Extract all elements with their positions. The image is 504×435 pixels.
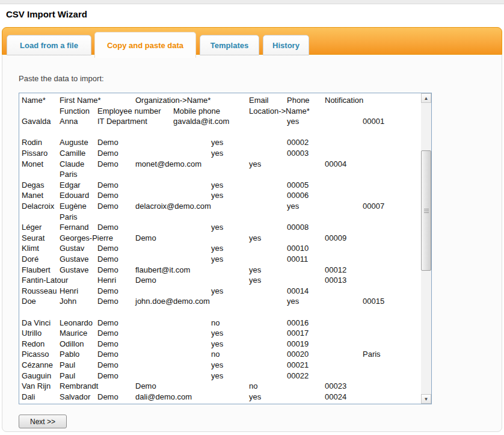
csv-segment: Gustave: [60, 265, 88, 276]
csv-segment: Leonardo: [60, 318, 93, 329]
csv-segment: Paul: [60, 360, 75, 371]
csv-segment: Demo: [97, 265, 118, 276]
csv-segment: Function: [60, 106, 90, 117]
csv-segment: Demo: [97, 159, 118, 170]
csv-segment: Demo: [97, 392, 118, 403]
csv-segment: Gavalda: [22, 116, 51, 127]
csv-segment: 00014: [287, 286, 309, 297]
csv-segment: 00002: [287, 137, 309, 148]
csv-segment: Name*: [22, 95, 46, 106]
csv-segment: Edgar: [60, 180, 81, 191]
csv-segment: 00004: [325, 159, 346, 170]
csv-segment: 00001: [363, 116, 384, 127]
page-title: CSV Import Wizard: [6, 9, 87, 19]
csv-segment: Fernand: [60, 222, 88, 233]
csv-segment: Demo: [97, 296, 118, 307]
csv-segment: yes: [211, 222, 223, 233]
csv-segment: Paris: [60, 169, 78, 180]
csv-segment: Cézanne: [22, 360, 53, 371]
csv-segment: Demo: [97, 137, 118, 148]
csv-segment: Léger: [22, 222, 41, 233]
csv-segment: 00024: [325, 392, 346, 403]
csv-segment: john.doe@demo.com: [135, 296, 210, 307]
scroll-up-button[interactable]: ▲: [421, 93, 431, 103]
csv-segment: yes: [249, 233, 261, 244]
csv-segment: 00006: [287, 190, 309, 201]
csv-segment: Doe: [22, 296, 36, 307]
tab-history[interactable]: History: [263, 35, 309, 55]
csv-segment: IT Department: [97, 116, 147, 127]
csv-segment: yes: [249, 265, 261, 276]
csv-segment: Rembrandt: [60, 381, 98, 392]
csv-segment: 00013: [325, 275, 346, 286]
csv-segment: Manet: [22, 190, 43, 201]
csv-segment: Demo: [97, 318, 118, 329]
csv-segment: 00015: [363, 296, 384, 307]
csv-segment: Doré: [22, 254, 38, 265]
csv-segment: Paris: [60, 212, 78, 223]
csv-segment: Employee number: [97, 106, 161, 117]
csv-segment: yes: [211, 339, 223, 350]
csv-segment: Gustav: [60, 243, 84, 254]
paste-data-label: Paste the data to import:: [19, 74, 104, 83]
csv-segment: Notification: [325, 95, 363, 106]
csv-segment: Mobile phone: [173, 106, 220, 117]
csv-segment: Redon: [22, 339, 45, 350]
page-top-divider: [0, 0, 504, 4]
csv-segment: Demo: [97, 349, 118, 360]
tab-label: Copy and paste data: [107, 41, 183, 50]
csv-segment: yes: [211, 360, 223, 371]
csv-segment: Flaubert: [22, 265, 51, 276]
csv-segment: Odillon: [60, 339, 84, 350]
csv-segment: Delacroix: [22, 201, 54, 212]
csv-segment: 00010: [287, 243, 309, 254]
csv-segment: 00020: [287, 349, 309, 360]
csv-segment: 00008: [287, 222, 309, 233]
csv-segment: Location->Name*: [249, 106, 310, 117]
csv-segment: Demo: [97, 328, 118, 339]
csv-import-wizard-panel: Load from a file Copy and paste data Tem…: [2, 27, 502, 432]
csv-segment: Eugène: [60, 201, 87, 212]
csv-segment: Henri: [97, 275, 116, 286]
tab-templates[interactable]: Templates: [200, 35, 259, 55]
csv-segment: Gustave: [60, 254, 88, 265]
csv-segment: Demo: [135, 233, 156, 244]
csv-segment: Demo: [97, 360, 118, 371]
paste-textarea[interactable]: Name*First Name*Organization->Name*Email…: [19, 93, 432, 404]
tab-copy-and-paste-data[interactable]: Copy and paste data: [94, 32, 196, 58]
csv-segment: Grenoble: [60, 402, 91, 404]
csv-segment: Auguste: [60, 137, 88, 148]
csv-segment: Paris: [363, 349, 381, 360]
csv-segment: Rodin: [22, 137, 42, 148]
csv-segment: Anna: [60, 116, 78, 127]
csv-segment: yes: [211, 180, 223, 191]
csv-segment: Picasso: [22, 349, 49, 360]
vertical-scrollbar[interactable]: ▲ ▼: [421, 93, 431, 404]
csv-segment: yes: [287, 201, 299, 212]
csv-segment: gavalda@it.com: [173, 116, 229, 127]
csv-segment: yes: [211, 137, 223, 148]
csv-segment: Rousseau: [22, 286, 57, 297]
csv-segment: yes: [211, 286, 223, 297]
csv-segment: no: [211, 349, 220, 360]
csv-segment: Degas: [22, 180, 45, 191]
csv-segment: yes: [211, 328, 223, 339]
csv-segment: 00017: [287, 328, 309, 339]
csv-segment: yes: [249, 159, 261, 170]
csv-segment: Demo: [97, 243, 118, 254]
scroll-down-button[interactable]: ▼: [421, 394, 431, 404]
csv-segment: Seurat: [22, 233, 45, 244]
csv-segment: yes: [249, 275, 261, 286]
scrollbar-thumb[interactable]: [421, 150, 431, 271]
next-button[interactable]: Next >>: [19, 415, 67, 428]
tab-label: Load from a file: [20, 41, 78, 50]
tab-load-from-a-file[interactable]: Load from a file: [7, 35, 91, 55]
csv-segment: 00022: [287, 371, 309, 381]
csv-segment: yes: [249, 392, 261, 403]
tab-label: History: [272, 41, 300, 50]
csv-segment: 00011: [287, 254, 308, 265]
csv-segment: 00021: [287, 360, 309, 371]
csv-segment: John: [60, 296, 76, 307]
csv-segment: Utrillo: [22, 328, 41, 339]
csv-segment: Dali: [22, 392, 35, 403]
